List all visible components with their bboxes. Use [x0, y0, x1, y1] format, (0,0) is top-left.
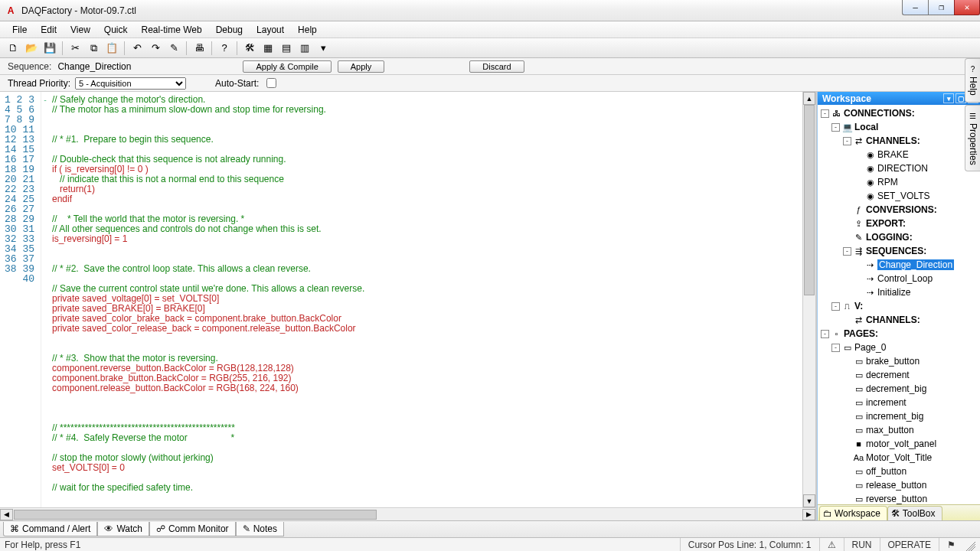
sheet2-icon[interactable]: ▥ — [296, 40, 313, 57]
horizontal-scrollbar[interactable]: ◀ ▶ — [0, 507, 815, 520]
tree-item-channels[interactable]: CHANNELS: — [866, 135, 920, 146]
tree-item-motor-volt-title[interactable]: Motor_Volt_Title — [866, 452, 932, 463]
tree-item-connections[interactable]: CONNECTIONS: — [844, 108, 915, 119]
tree-item-reverse-button[interactable]: reverse_button — [866, 494, 927, 504]
window-title: DAQFactory - Motor-09.7.ctl — [21, 5, 902, 16]
tree-item-max-button[interactable]: max_button — [866, 425, 914, 435]
grid-icon[interactable]: ▦ — [260, 40, 276, 57]
tree-item-rpm[interactable]: RPM — [877, 177, 898, 187]
close-button[interactable]: ✕ — [954, 0, 980, 15]
panel-menu-icon[interactable]: ▾ — [943, 93, 954, 103]
minimize-button[interactable]: — — [902, 0, 928, 15]
menu-view[interactable]: View — [64, 23, 96, 37]
help-tab[interactable]: ?Help — [965, 58, 980, 103]
tree-item-decrement[interactable]: decrement — [866, 370, 910, 380]
code-editor[interactable]: 1 2 3 4 5 6 7 8 9 10 11 12 13 14 15 16 1… — [0, 92, 817, 520]
tree-item-sequences[interactable]: SEQUENCES: — [866, 246, 926, 256]
workspace-icon: 🗀 — [823, 508, 832, 519]
tree-item-pages[interactable]: PAGES: — [844, 328, 878, 339]
tree-item-brake[interactable]: BRAKE — [877, 149, 909, 160]
workspace-header: Workspace ▾ ▢ ✕ — [818, 92, 980, 105]
scroll-thumb[interactable] — [804, 105, 815, 295]
fold-gutter[interactable]: - — [41, 92, 49, 507]
scroll-up-icon[interactable]: ▲ — [803, 92, 815, 105]
brush-icon[interactable]: ✎ — [165, 40, 182, 57]
print-icon[interactable]: 🖶 — [191, 40, 207, 57]
tree-item-conversions[interactable]: CONVERSIONS: — [866, 204, 937, 215]
menu-debug[interactable]: Debug — [210, 23, 249, 37]
menu-quick[interactable]: Quick — [98, 23, 134, 37]
tree-item-export[interactable]: EXPORT: — [866, 218, 906, 229]
workspace-tree[interactable]: -🖧CONNECTIONS:-💻Local-⇄CHANNELS:◉BRAKE◉D… — [818, 105, 980, 504]
workspace-tab[interactable]: 🗀Workspace — [819, 506, 887, 520]
redo-icon[interactable]: ↷ — [147, 40, 164, 57]
tree-expander[interactable]: - — [831, 302, 840, 311]
discard-button[interactable]: Discard — [469, 60, 524, 73]
vertical-scrollbar[interactable]: ▲ ▼ — [802, 92, 815, 507]
tree-item-page-0[interactable]: Page_0 — [854, 342, 886, 353]
run-button[interactable]: RUN — [844, 538, 880, 551]
resize-grip[interactable] — [963, 539, 975, 551]
tree-item-v[interactable]: V: — [854, 301, 863, 311]
tree-expander[interactable]: - — [843, 137, 851, 145]
tree-item-local[interactable]: Local — [854, 122, 878, 132]
bottom-tab-command-alert[interactable]: ⌘Command / Alert — [3, 522, 97, 536]
bottom-tab-watch[interactable]: 👁Watch — [97, 522, 149, 536]
menu-help[interactable]: Help — [292, 23, 323, 37]
code-area[interactable]: // Safely change the motor's direction. … — [49, 92, 815, 507]
tree-expander[interactable]: - — [843, 247, 851, 256]
cut-icon[interactable]: ✂ — [67, 40, 83, 57]
menu-edit[interactable]: Edit — [34, 23, 63, 37]
operate-button[interactable]: OPERATE — [880, 538, 939, 551]
scroll-left-icon[interactable]: ◀ — [0, 509, 13, 520]
maximize-button[interactable]: ❐ — [928, 0, 954, 15]
tree-expander[interactable]: - — [831, 344, 840, 352]
sheet-icon[interactable]: ▤ — [278, 40, 295, 57]
scroll-down-icon[interactable]: ▼ — [803, 494, 815, 507]
new-icon[interactable]: 🗋 — [5, 40, 21, 57]
tree-item-release-button[interactable]: release_button — [866, 480, 926, 491]
tree-item-control-loop[interactable]: Control_Loop — [877, 273, 933, 284]
save-icon[interactable]: 💾 — [41, 40, 58, 57]
help-icon[interactable]: ? — [216, 40, 233, 57]
copy-icon[interactable]: ⧉ — [85, 40, 102, 57]
scroll-right-icon[interactable]: ▶ — [802, 509, 815, 520]
menu-real-time-web[interactable]: Real-time Web — [136, 23, 208, 37]
tree-item-initialize[interactable]: Initialize — [877, 287, 910, 298]
tree-item-motor-volt-panel[interactable]: motor_volt_panel — [866, 439, 936, 449]
open-icon[interactable]: 📂 — [23, 40, 40, 57]
toolbar-separator — [237, 41, 237, 55]
menu-layout[interactable]: Layout — [250, 23, 290, 37]
auto-start-checkbox[interactable] — [266, 78, 276, 88]
tree-item-decrement-big[interactable]: decrement_big — [866, 383, 926, 394]
title-bar: A DAQFactory - Motor-09.7.ctl — ❐ ✕ — [0, 0, 980, 21]
apply-compile-button[interactable]: Apply & Compile — [243, 60, 331, 73]
tree-item-channels[interactable]: CHANNELS: — [866, 315, 920, 325]
dropdown-icon[interactable]: ▾ — [315, 40, 332, 57]
undo-icon[interactable]: ↶ — [129, 40, 145, 57]
tree-item-off-button[interactable]: off_button — [866, 466, 906, 477]
bottom-tab-icon: 👁 — [104, 523, 113, 534]
status-flag-icon: ⚑ — [939, 538, 963, 551]
tools-icon[interactable]: 🛠 — [241, 40, 258, 57]
tree-item-logging[interactable]: LOGGING: — [866, 232, 913, 243]
tree-item-brake-button[interactable]: brake_button — [866, 356, 920, 367]
paste-icon[interactable]: 📋 — [103, 40, 120, 57]
tree-item-increment-big[interactable]: increment_big — [866, 411, 923, 422]
bottom-tab-notes[interactable]: ✎Notes — [236, 522, 284, 536]
properties-tab[interactable]: ☰Properties — [965, 105, 980, 172]
apply-button[interactable]: Apply — [338, 60, 385, 73]
menu-file[interactable]: File — [6, 23, 33, 37]
tree-expander[interactable]: - — [831, 123, 840, 132]
tree-item-set-volts[interactable]: SET_VOLTS — [877, 191, 929, 201]
tree-expander[interactable]: - — [821, 330, 829, 338]
tree-expander[interactable]: - — [821, 109, 829, 118]
bottom-tab-comm-monitor[interactable]: ☍Comm Monitor — [149, 522, 236, 536]
tree-item-change-direction[interactable]: Change_Direction — [877, 259, 954, 270]
tree-item-increment[interactable]: increment — [866, 397, 906, 408]
toolbox-tab[interactable]: 🛠ToolBox — [887, 506, 942, 520]
scroll-thumb[interactable] — [14, 510, 377, 520]
thread-priority-select[interactable]: 5 - Acquisition — [75, 77, 186, 90]
tree-item-direction[interactable]: DIRECTION — [877, 163, 928, 174]
workspace-panel: Workspace ▾ ▢ ✕ -🖧CONNECTIONS:-💻Local-⇄C… — [817, 92, 980, 520]
